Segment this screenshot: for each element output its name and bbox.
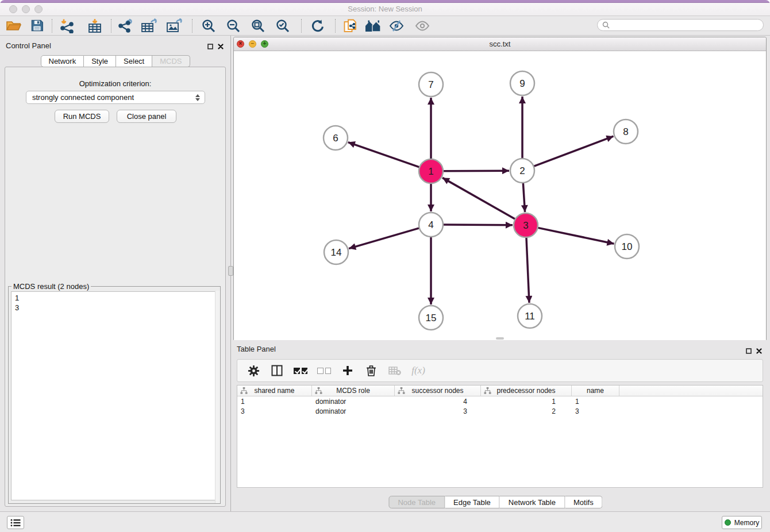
minimize-window-icon[interactable]: [22, 5, 30, 13]
table-cell[interactable]: dominator: [312, 398, 395, 406]
canvas-scrollbar-nub[interactable]: [496, 337, 504, 340]
tab-network[interactable]: Network: [40, 55, 84, 67]
import-table-button[interactable]: [83, 17, 106, 34]
table-settings-button[interactable]: [247, 364, 260, 377]
home-view-button[interactable]: [362, 17, 385, 34]
table-cell[interactable]: 3: [237, 407, 312, 415]
result-scrollbar[interactable]: [215, 291, 220, 503]
trash-icon: [366, 365, 376, 376]
show-column-button[interactable]: [270, 364, 284, 377]
close-view-icon[interactable]: [237, 40, 244, 48]
mcds-result-title: MCDS result (2 nodes): [11, 282, 91, 291]
zoom-out-button[interactable]: [222, 17, 245, 34]
hide-panel-button[interactable]: [385, 17, 408, 34]
unchecked-box-icon: [317, 368, 324, 374]
close-panel-button[interactable]: Close panel: [117, 110, 176, 123]
edge-4-14[interactable]: [349, 228, 420, 249]
minimize-view-icon[interactable]: [249, 40, 256, 48]
tab-edge-table[interactable]: Edge Table: [445, 496, 500, 508]
refresh-view-button[interactable]: [306, 17, 329, 34]
import-network-button[interactable]: [56, 17, 79, 34]
node-label: 1: [428, 166, 433, 177]
tab-style[interactable]: Style: [84, 55, 116, 67]
maximize-view-icon[interactable]: [261, 40, 268, 48]
search-input[interactable]: [613, 21, 763, 30]
close-panel-icon[interactable]: [756, 346, 762, 356]
open-session-button[interactable]: [2, 17, 25, 34]
float-panel-icon[interactable]: [746, 346, 752, 356]
table-cell[interactable]: 4: [395, 398, 481, 406]
status-bar: Memory: [0, 511, 770, 532]
node-3[interactable]: 3: [514, 213, 538, 237]
add-row-button[interactable]: [341, 364, 355, 377]
node-6[interactable]: 6: [324, 126, 348, 150]
node-10[interactable]: 10: [615, 234, 639, 259]
column-header-shared-name[interactable]: shared name: [237, 385, 312, 396]
tab-network-table[interactable]: Network Table: [500, 496, 565, 508]
network-canvas[interactable]: 7968124314101511: [234, 51, 766, 340]
edge-1-6[interactable]: [348, 142, 420, 168]
network-window-controls: [237, 40, 268, 48]
panel-splitter-handle[interactable]: [228, 266, 233, 276]
node-9[interactable]: 9: [510, 71, 534, 95]
table-cell[interactable]: 1: [481, 398, 572, 406]
save-session-button[interactable]: [25, 17, 48, 34]
edge-2-3[interactable]: [523, 182, 525, 212]
table-row[interactable]: 3dominator323: [237, 406, 763, 416]
export-table-button[interactable]: [138, 17, 161, 34]
checked-box-icon: [294, 368, 300, 374]
node-7[interactable]: 7: [419, 72, 443, 97]
zoom-window-icon[interactable]: [34, 5, 43, 13]
criterion-dropdown[interactable]: strongly connected component: [26, 91, 205, 104]
show-panel-button[interactable]: [411, 17, 434, 34]
export-image-button[interactable]: [163, 17, 186, 34]
memory-button[interactable]: Memory: [722, 516, 762, 529]
column-header-successor-nodes[interactable]: successor nodes: [395, 385, 481, 396]
table-cell[interactable]: 3: [572, 407, 619, 415]
clone-network-button[interactable]: [339, 17, 362, 34]
tab-motifs[interactable]: Motifs: [565, 496, 603, 508]
close-panel-icon[interactable]: [218, 41, 224, 52]
task-history-button[interactable]: [7, 516, 24, 529]
node-8[interactable]: 8: [614, 119, 638, 144]
table-cell[interactable]: 1: [572, 398, 619, 406]
delete-column-button: [388, 364, 402, 377]
table-cell[interactable]: 3: [395, 407, 481, 415]
search-field[interactable]: [597, 19, 764, 31]
run-mcds-button[interactable]: Run MCDS: [55, 110, 109, 123]
edge-4-3[interactable]: [442, 225, 513, 225]
zoom-selected-button[interactable]: [271, 17, 294, 34]
table-row[interactable]: 1dominator411: [237, 396, 763, 406]
node-4[interactable]: 4: [419, 213, 443, 237]
table-cell[interactable]: dominator: [312, 407, 395, 415]
column-header-predecessor-nodes[interactable]: predecessor nodes: [481, 385, 572, 396]
edge-3-10[interactable]: [537, 228, 614, 244]
node-14[interactable]: 14: [324, 240, 348, 264]
edge-3-1[interactable]: [442, 178, 516, 219]
close-window-icon[interactable]: [9, 5, 17, 13]
zoom-in-button[interactable]: [197, 17, 220, 34]
node-11[interactable]: 11: [518, 304, 542, 328]
select-all-button[interactable]: [294, 364, 307, 377]
zoom-fit-button[interactable]: [247, 17, 270, 34]
tab-mcds[interactable]: MCDS: [152, 55, 190, 67]
edge-1-2[interactable]: [442, 171, 509, 171]
edge-3-11[interactable]: [526, 237, 529, 303]
tab-node-table[interactable]: Node Table: [388, 496, 445, 508]
node-15[interactable]: 15: [419, 306, 443, 330]
mcds-result-list[interactable]: 13: [11, 291, 216, 500]
network-window-titlebar[interactable]: scc.txt: [234, 37, 766, 51]
table-cell[interactable]: 2: [481, 407, 572, 415]
edge-2-8[interactable]: [533, 136, 614, 167]
float-panel-icon[interactable]: [207, 41, 213, 52]
export-network-button[interactable]: [115, 17, 138, 34]
tab-select[interactable]: Select: [116, 55, 152, 67]
table-cell[interactable]: 1: [237, 398, 312, 406]
delete-row-button[interactable]: [364, 364, 378, 377]
deselect-all-button[interactable]: [317, 364, 331, 377]
table-panel-tabs: Node TableEdge TableNetwork TableMotifs: [388, 496, 602, 508]
column-header-MCDS-role[interactable]: MCDS role: [312, 385, 395, 396]
node-2[interactable]: 2: [510, 159, 534, 183]
column-header-name[interactable]: name: [572, 385, 619, 396]
node-1[interactable]: 1: [419, 159, 443, 183]
